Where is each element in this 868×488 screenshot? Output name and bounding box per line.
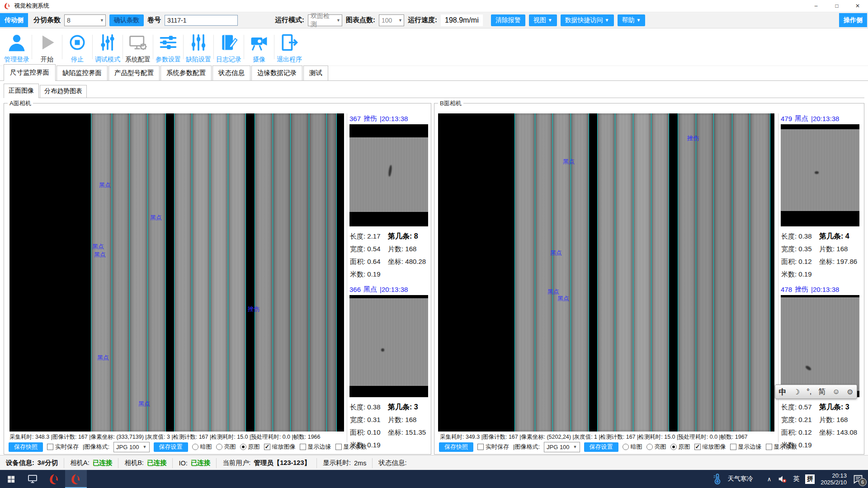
tab-2[interactable]: 产品型号配置 [108, 66, 160, 80]
image-mode-label: 亮图 [655, 443, 666, 451]
volume-muted-icon[interactable] [777, 474, 787, 484]
show-edge-checkbox[interactable] [730, 444, 736, 450]
defect-card[interactable]: 478挫伤|20:13:38长度: 0.57宽度: 0.21面积: 0.12米数… [781, 284, 859, 455]
tab-0[interactable]: 尺寸监控界面 [4, 64, 56, 81]
ime-emoji-icon[interactable]: ☺ [832, 388, 841, 396]
data-quick-access-menu-button[interactable]: 数据快捷访问 ▼ [561, 14, 614, 26]
taskbar-active-app-icon[interactable] [65, 470, 87, 488]
defect-thumbnail[interactable] [781, 295, 859, 397]
show-edge-checkbox[interactable] [300, 444, 306, 450]
tool-sliders-horizontal-button[interactable]: 参数设置 [153, 28, 183, 64]
image-mode-radio-1[interactable] [646, 444, 653, 450]
defect-card-header: 367挫伤|20:13:38 [349, 113, 428, 123]
show-count-checkbox[interactable] [766, 444, 772, 450]
material-strip [696, 113, 714, 432]
tab-5[interactable]: 边缘数据记录 [251, 66, 302, 80]
roll-number-input[interactable] [165, 15, 238, 26]
maximize-button[interactable]: □ [826, 0, 847, 12]
tray-expand-chevron-icon[interactable]: ∧ [767, 476, 772, 483]
operate-side-button[interactable]: 操作侧 [839, 13, 867, 27]
material-strip [290, 113, 309, 432]
tool-stop-button[interactable]: 停止 [62, 28, 92, 64]
image-format-select[interactable]: JPG 100▼ [544, 442, 580, 452]
defect-card-header: 479黑点|20:13:38 [781, 113, 859, 123]
tool-sliders-vertical-button[interactable]: 调试模式 [93, 28, 123, 64]
taskbar-app-icon-red-logo[interactable] [43, 470, 65, 488]
defect-thumbnail[interactable] [349, 295, 428, 397]
weather-status[interactable]: 天气寒冷 [728, 475, 753, 483]
slit-count-select[interactable]: 8 ▼ [64, 14, 106, 26]
image-mode-radio-1[interactable] [216, 444, 222, 450]
save-snapshot-button[interactable]: 保存快照 [9, 442, 43, 452]
ime-fullwidth-icon[interactable]: ☽ [793, 388, 801, 396]
play-icon [37, 33, 57, 54]
close-button[interactable]: ✕ [847, 0, 868, 12]
tool-camera-button[interactable]: 摄像 [244, 28, 274, 64]
defect-card[interactable]: 366黑点|20:13:38长度: 0.38宽度: 0.31面积: 0.10米数… [349, 284, 428, 455]
image-mode-radio-2[interactable] [670, 444, 677, 450]
zoom-image-checkbox[interactable] [264, 444, 270, 450]
image-format-select[interactable]: JPG 100▼ [113, 442, 150, 452]
subtab-0[interactable]: 正面图像 [4, 84, 39, 98]
tool-monitor-gear-button[interactable]: 系统配置 [123, 28, 153, 64]
tool-equalizer-button[interactable]: 缺陷设置 [184, 28, 213, 64]
run-speed-value: 198.9m/mi [441, 14, 483, 26]
save-settings-button[interactable]: 保存设置 [154, 442, 188, 452]
realtime-save-checkbox[interactable] [477, 444, 484, 450]
defect-card[interactable]: 479黑点|20:13:38长度: 0.38宽度: 0.35面积: 0.12米数… [781, 113, 859, 284]
material-strip [309, 113, 327, 432]
defect-thumbnail[interactable] [349, 124, 428, 226]
confirm-count-button[interactable]: 确认条数 [109, 14, 144, 26]
ime-settings-gear-icon[interactable]: ⚙ [846, 388, 854, 396]
inspection-image[interactable]: 黑点黑点黑点黑点挫伤黑点黑点 [9, 113, 344, 432]
defect-label: 黑点 [99, 181, 111, 189]
view-menu-button[interactable]: 视图 ▼ [529, 14, 557, 26]
camera-b-label: 相机B: [124, 459, 144, 467]
ime-mode-button[interactable]: 中 [778, 387, 788, 397]
tab-3[interactable]: 系统参数配置 [160, 66, 212, 80]
image-mode-radio-0[interactable] [623, 444, 629, 450]
minimize-button[interactable]: – [806, 0, 826, 12]
ime-charset-button[interactable]: 简 [817, 387, 826, 397]
metric-row: 米数: 0.19 [781, 268, 812, 281]
taskbar-clock[interactable]: 20:13 2025/2/10 [821, 472, 847, 486]
tool-log-book-button[interactable]: 日志记录 [214, 28, 244, 64]
taskbar-date: 2025/2/10 [821, 479, 847, 486]
transmission-side-button[interactable]: 传动侧 [0, 13, 28, 27]
subtab-1[interactable]: 分布趋势图表 [40, 85, 87, 98]
defect-thumbnail[interactable] [781, 124, 859, 226]
tool-exit-button[interactable]: 退出程序 [274, 28, 304, 64]
save-snapshot-button[interactable]: 保存快照 [439, 442, 473, 452]
realtime-save-checkbox[interactable] [47, 444, 53, 450]
realtime-save-option: 实时保存 [47, 443, 79, 451]
tool-user-button[interactable]: 管理登录 [2, 28, 32, 64]
taskbar-pinned-app-icon[interactable] [22, 470, 43, 488]
tab-4[interactable]: 状态信息 [212, 66, 250, 80]
start-button[interactable] [0, 470, 22, 488]
view-menu-label: 视图 [533, 16, 546, 24]
ime-pinyin-indicator[interactable]: 拼 [805, 474, 815, 484]
action-center-icon[interactable]: 6 [853, 474, 863, 484]
metric-row: 面积: 0.12 [781, 255, 812, 268]
image-mode-radio-2[interactable] [240, 444, 246, 450]
show-count-checkbox[interactable] [335, 444, 342, 450]
tab-1[interactable]: 缺陷监控界面 [57, 66, 108, 80]
clear-alarm-button[interactable]: 清除报警 [491, 14, 525, 26]
tab-6[interactable]: 测试 [303, 66, 328, 80]
run-mode-select[interactable]: 双面检测 ▼ [308, 14, 342, 26]
notification-count-badge: 6 [859, 478, 867, 486]
language-indicator[interactable]: 英 [793, 475, 799, 483]
defect-card[interactable]: 367挫伤|20:13:38长度: 2.17宽度: 0.54面积: 0.64米数… [349, 113, 428, 284]
ime-punctuation-icon[interactable]: °, [806, 388, 812, 396]
display-option-label: 缩放图像 [703, 443, 726, 451]
tool-play-button[interactable]: 开始 [32, 28, 62, 64]
save-settings-button[interactable]: 保存设置 [584, 442, 618, 452]
metric-row: 长度: 2.17 [350, 230, 381, 243]
help-menu-button[interactable]: 帮助 ▼ [618, 14, 646, 26]
zoom-image-checkbox[interactable] [694, 444, 701, 450]
material-strip [651, 113, 669, 432]
app-status-bar: 设备信息: 3#分切 相机A: 已连接 相机B: 已连接 IO: 已连接 当前用… [0, 455, 868, 470]
inspection-image[interactable]: 挫伤黑点黑点黑点黑点 [438, 113, 774, 432]
image-mode-radio-0[interactable] [192, 444, 198, 450]
chart-points-select[interactable]: 100 ▼ [379, 14, 404, 26]
